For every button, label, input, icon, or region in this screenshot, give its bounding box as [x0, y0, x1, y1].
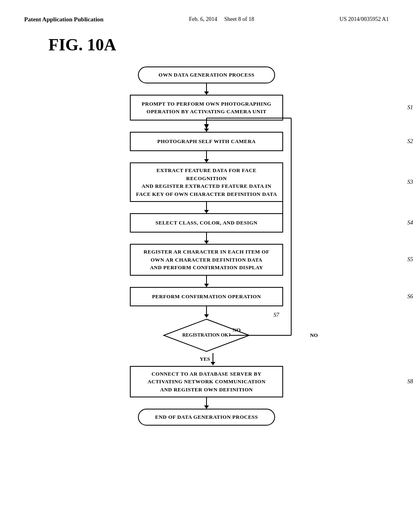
s6-box: PERFORM CONFIRMATION OPERATION: [130, 287, 283, 306]
page: Patent Application Publication Feb. 6, 2…: [0, 0, 413, 532]
s6-label: S6: [407, 293, 413, 300]
no-label: NO: [310, 332, 318, 339]
arrow-head-yes: [211, 362, 215, 365]
header-center: Feb. 6, 2014 Sheet 8 of 18: [189, 16, 254, 23]
end-node: END OF DATA GENERATION PROCESS: [138, 409, 275, 426]
s8-label: S8: [407, 378, 413, 385]
s5-label: S5: [407, 256, 413, 263]
arrow-down-s3: [206, 202, 207, 213]
header-left: Patent Application Publication: [24, 16, 104, 23]
start-node: OWN DATA GENERATION PROCESS: [138, 66, 275, 83]
arrow-3: [206, 151, 207, 162]
s3-text: EXTRACT FEATURE DATA FOR FACE RECOGNITIO…: [136, 166, 277, 198]
diamond-text: REGISTRATION OK?: [182, 332, 231, 339]
diamond-shape: REGISTRATION OK?: [162, 318, 251, 353]
end-node-row: END OF DATA GENERATION PROCESS: [24, 409, 389, 426]
s6-row: PERFORM CONFIRMATION OPERATION S6: [24, 287, 389, 306]
s2-label: S2: [407, 138, 413, 145]
s6-text: PERFORM CONFIRMATION OPERATION: [152, 293, 261, 300]
s1-row: PROMPT TO PERFORM OWN PHOTOGRAPHINGOPERA…: [24, 95, 389, 121]
s5-row: REGISTER AR CHARACTER IN EACH ITEM OFOWN…: [24, 244, 389, 276]
yes-area: YES: [200, 353, 213, 365]
s8-row: CONNECT TO AR DATABASE SERVER BYACTIVATI…: [24, 366, 389, 398]
s3-box: EXTRACT FEATURE DATA FOR FACE RECOGNITIO…: [130, 162, 283, 202]
arrow-yes: [213, 353, 213, 365]
s4-row: SELECT CLASS, COLOR, AND DESIGN S4: [24, 213, 389, 233]
arrow-head-s3: [204, 210, 209, 213]
back-vertical: [282, 202, 283, 213]
s4-box: SELECT CLASS, COLOR, AND DESIGN: [130, 213, 283, 233]
back-line-right: [282, 202, 283, 213]
s5-text: REGISTER AR CHARACTER IN EACH ITEM OFOWN…: [144, 248, 269, 272]
back-arrow-area: [106, 202, 307, 213]
s3-s4-area: [106, 202, 307, 213]
patent-number: US 2014/0035952 A1: [340, 16, 389, 22]
s7-label: S7: [273, 312, 279, 318]
header: Patent Application Publication Feb. 6, 2…: [24, 16, 389, 23]
s4-text: SELECT CLASS, COLOR, AND DESIGN: [156, 219, 258, 227]
yes-label: YES: [200, 356, 210, 362]
flowchart: OWN DATA GENERATION PROCESS PROMPT TO PE…: [24, 66, 389, 426]
s8-box: CONNECT TO AR DATABASE SERVER BYACTIVATI…: [130, 366, 283, 398]
s1-label: S1: [407, 104, 413, 111]
diamond-row: REGISTRATION OK? S7 NO: [94, 318, 319, 353]
s5-box: REGISTER AR CHARACTER IN EACH ITEM OFOWN…: [130, 244, 283, 276]
s7-area: REGISTRATION OK? S7 NO NO: [94, 318, 319, 353]
arrow-5: [206, 233, 207, 244]
s2-row: PHOTOGRAPH SELF WITH CAMERA S2: [24, 132, 389, 151]
s3-label: S3: [407, 179, 413, 185]
arrow-2: [206, 121, 207, 132]
end-text: END OF DATA GENERATION PROCESS: [155, 414, 258, 420]
arrow-9: [206, 397, 207, 409]
s8-text: CONNECT TO AR DATABASE SERVER BYACTIVATI…: [148, 370, 266, 394]
s2-text: PHOTOGRAPH SELF WITH CAMERA: [157, 138, 256, 145]
date-label: Feb. 6, 2014: [189, 16, 217, 22]
arrow-7: [206, 306, 207, 318]
s1-box: PROMPT TO PERFORM OWN PHOTOGRAPHINGOPERA…: [130, 95, 283, 121]
sheet-label: Sheet 8 of 18: [224, 16, 254, 22]
start-node-row: OWN DATA GENERATION PROCESS: [24, 66, 389, 83]
s2-box: PHOTOGRAPH SELF WITH CAMERA: [130, 132, 283, 151]
arrow-1: [206, 83, 207, 95]
publication-label: Patent Application Publication: [24, 16, 104, 23]
s3-row: EXTRACT FEATURE DATA FOR FACE RECOGNITIO…: [24, 162, 389, 202]
arrow-6: [206, 276, 207, 287]
s1-text: PROMPT TO PERFORM OWN PHOTOGRAPHINGOPERA…: [142, 100, 271, 116]
s4-label: S4: [407, 220, 413, 226]
figure-title: FIG. 10A: [48, 35, 389, 54]
no-branch: NO: [310, 332, 320, 339]
header-right: US 2014/0035952 A1: [340, 16, 389, 23]
start-text: OWN DATA GENERATION PROCESS: [159, 72, 254, 78]
